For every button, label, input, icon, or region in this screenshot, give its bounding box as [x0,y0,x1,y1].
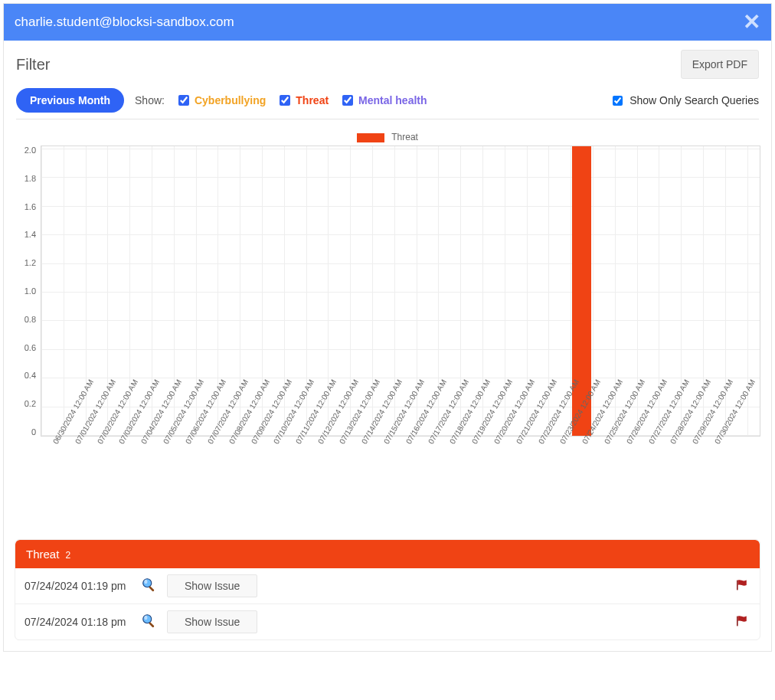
x-tick: 07/01/2024 12:00 AM [63,437,85,521]
issue-timestamp: 07/24/2024 01:19 pm [25,580,132,592]
y-tick: 0.4 [15,371,36,380]
flag-icon[interactable] [735,579,750,591]
threat-section-count: 2 [66,550,71,561]
checkbox-search-queries-input[interactable] [613,96,623,106]
x-tick: 07/26/2024 12:00 AM [614,437,636,521]
x-tick: 07/12/2024 12:00 AM [306,437,328,521]
issue-row: 07/24/2024 01:19 pmShow Issue [15,568,760,604]
svg-point-1 [144,579,147,584]
y-tick: 0.2 [15,399,36,408]
y-tick: 1.4 [15,230,36,239]
checkbox-threat[interactable]: Threat [276,93,329,108]
y-tick: 2.0 [15,146,36,155]
x-tick: 07/03/2024 12:00 AM [106,437,129,521]
x-tick: 07/30/2024 12:00 AM [702,437,724,521]
x-tick: 07/23/2024 12:00 AM [548,437,570,521]
window: charlie.student@blocksi-sandbox.com ✕ Fi… [3,3,772,652]
x-tick: 07/06/2024 12:00 AM [173,437,195,521]
checkbox-mental-health-input[interactable] [342,95,353,106]
legend-color-threat [357,133,384,142]
magnifier-icon[interactable] [141,613,158,630]
svg-point-0 [143,578,152,587]
threat-section-title: Threat [26,548,59,561]
checkbox-cyberbullying[interactable]: Cyberbullying [175,93,266,108]
previous-month-button[interactable]: Previous Month [16,88,124,113]
x-tick: 07/20/2024 12:00 AM [482,437,504,521]
x-tick: 07/24/2024 12:00 AM [570,437,592,521]
show-issue-button[interactable]: Show Issue [167,610,257,633]
checkbox-mental-health-label: Mental health [358,94,427,106]
legend-label-threat: Threat [391,132,418,142]
y-tick: 0 [15,427,36,437]
x-tick: 07/28/2024 12:00 AM [658,437,680,521]
x-tick: 07/15/2024 12:00 AM [371,437,394,521]
filter-panel: Filter Export PDF Previous Month Show: C… [4,41,771,124]
x-tick: 07/16/2024 12:00 AM [394,437,416,521]
checkbox-cyberbullying-input[interactable] [178,95,189,106]
close-icon[interactable]: ✕ [743,11,760,33]
x-tick: 07/04/2024 12:00 AM [129,437,151,521]
checkbox-threat-label: Threat [296,94,329,106]
svg-point-4 [143,614,152,623]
chart-x-axis: 06/30/2024 12:00 AM07/01/2024 12:00 AM07… [41,437,760,521]
x-tick: 07/19/2024 12:00 AM [459,437,482,521]
x-tick: 07/17/2024 12:00 AM [416,437,438,521]
x-tick: 07/27/2024 12:00 AM [636,437,659,521]
show-label: Show: [135,94,165,106]
x-tick: 07/29/2024 12:00 AM [680,437,702,521]
checkbox-mental-health[interactable]: Mental health [339,93,427,108]
threat-section-header: Threat 2 [15,540,760,568]
chart-y-axis: 2.01.81.61.41.21.00.80.60.40.20 [15,146,41,437]
x-tick: 07/09/2024 12:00 AM [239,437,261,521]
flag-icon[interactable] [735,615,750,627]
svg-rect-6 [149,621,155,627]
y-tick: 1.8 [15,174,36,183]
x-tick: 07/13/2024 12:00 AM [327,437,349,521]
x-tick: 07/25/2024 12:00 AM [592,437,614,521]
titlebar: charlie.student@blocksi-sandbox.com ✕ [4,4,771,41]
x-tick: 07/18/2024 12:00 AM [437,437,459,521]
svg-rect-2 [149,585,155,591]
issue-timestamp: 07/24/2024 01:18 pm [25,616,132,628]
x-tick: 07/22/2024 12:00 AM [526,437,548,521]
issue-row: 07/24/2024 01:18 pmShow Issue [15,604,760,639]
x-tick: 07/14/2024 12:00 AM [349,437,371,521]
magnifier-icon[interactable] [141,577,158,594]
x-tick: 07/05/2024 12:00 AM [151,437,173,521]
export-pdf-button[interactable]: Export PDF [681,50,759,79]
checkbox-search-queries-label: Show Only Search Queries [629,94,759,106]
y-tick: 0.8 [15,315,36,324]
checkbox-threat-input[interactable] [280,95,290,106]
y-tick: 1.6 [15,202,36,211]
checkbox-cyberbullying-label: Cyberbullying [195,94,266,106]
svg-point-5 [144,615,147,620]
y-tick: 1.2 [15,258,36,267]
x-tick: 07/11/2024 12:00 AM [283,437,306,521]
filter-row: Previous Month Show: Cyberbullying Threa… [16,88,759,119]
y-tick: 0.6 [15,343,36,352]
x-tick: 07/21/2024 12:00 AM [504,437,526,521]
svg-rect-3 [737,580,738,590]
user-email: charlie.student@blocksi-sandbox.com [15,15,234,30]
x-tick: 06/30/2024 12:00 AM [41,437,63,521]
x-tick: 07/02/2024 12:00 AM [85,437,107,521]
svg-rect-7 [737,616,738,626]
checkbox-search-queries[interactable]: Show Only Search Queries [610,93,759,108]
panel-title: Filter [16,56,50,74]
x-tick: 07/10/2024 12:00 AM [261,437,283,521]
show-issue-button[interactable]: Show Issue [167,574,257,597]
chart: Threat 2.01.81.61.41.21.00.80.60.40.20 0… [4,124,771,524]
y-tick: 1.0 [15,286,36,296]
x-tick: 07/07/2024 12:00 AM [195,437,217,521]
chart-legend: Threat [15,132,760,142]
threat-section: Threat 2 07/24/2024 01:19 pmShow Issue07… [15,539,760,640]
x-tick: 07/08/2024 12:00 AM [217,437,239,521]
